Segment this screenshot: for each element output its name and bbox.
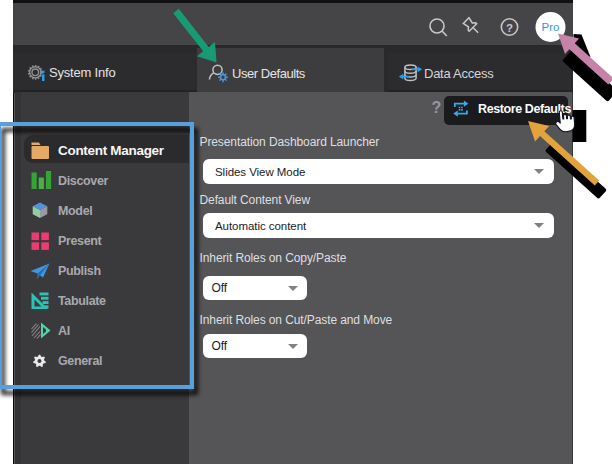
svg-text:Pro: Pro [542,21,560,33]
svg-text:?: ? [506,22,513,34]
